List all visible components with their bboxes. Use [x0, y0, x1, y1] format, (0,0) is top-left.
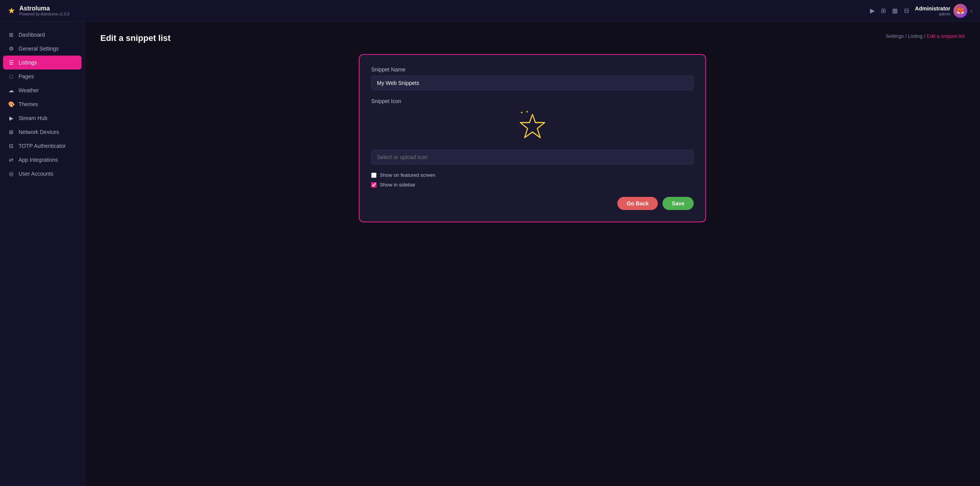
form-actions: Go Back Save [371, 197, 694, 210]
breadcrumb-settings: Settings [885, 33, 904, 39]
sidebar-item-themes[interactable]: 🎨 Themes [0, 97, 84, 111]
show-sidebar-checkbox[interactable] [371, 182, 377, 188]
user-name: Administrator [915, 5, 951, 12]
sidebar-item-weather[interactable]: ☁ Weather [0, 83, 84, 97]
user-role: admin [915, 12, 951, 16]
sidebar-item-label: Listings [19, 59, 37, 66]
navbar-right-group: ▶ ⊞ ▦ ⊟ Administrator admin 🦊 › [870, 4, 972, 18]
save-button[interactable]: Save [662, 197, 694, 210]
logo-text-group: Astroluma Powered by Astroluma v1.0.0 [19, 5, 69, 16]
snippet-name-group: Snippet Name [371, 66, 694, 90]
sidebar-item-label: Stream Hub [19, 115, 47, 121]
sidebar-item-label: App Integrations [19, 157, 58, 163]
star-container: ✦ ✦ [513, 107, 552, 146]
sidebar-item-stream-hub[interactable]: ▶ Stream Hub [0, 111, 84, 125]
svg-marker-0 [520, 115, 545, 138]
show-featured-label: Show on featured screen [380, 172, 436, 178]
sidebar-item-label: Network Devices [19, 129, 59, 135]
sidebar-item-dashboard[interactable]: ⊞ Dashboard [0, 28, 84, 42]
nav-qr-icon[interactable]: ⊟ [904, 7, 909, 14]
page-title: Edit a snippet list [100, 33, 171, 43]
user-text: Administrator admin [915, 5, 951, 16]
stream-hub-icon: ▶ [8, 115, 15, 121]
sparkle-1: ✦ [520, 110, 523, 115]
show-featured-checkbox[interactable] [371, 173, 377, 178]
breadcrumb-sep2: / [924, 33, 926, 39]
breadcrumb-listing: Listing [908, 33, 923, 39]
user-info: Administrator admin 🦊 › [915, 4, 972, 18]
page-header: Edit a snippet list Settings / Listing /… [100, 33, 965, 43]
go-back-button[interactable]: Go Back [617, 197, 658, 210]
sidebar-item-label: Pages [19, 73, 34, 80]
snippet-name-label: Snippet Name [371, 66, 694, 73]
show-sidebar-label: Show in sidebar [380, 182, 416, 188]
form-card: Snippet Name Snippet Icon ✦ ✦ [359, 54, 706, 222]
sidebar-item-label: Dashboard [19, 32, 45, 38]
navbar-logo-group: ★ Astroluma Powered by Astroluma v1.0.0 [8, 5, 69, 16]
weather-icon: ☁ [8, 87, 15, 93]
avatar[interactable]: 🦊 [953, 4, 967, 18]
select-icon-input[interactable] [371, 150, 694, 164]
nav-play-icon[interactable]: ▶ [870, 7, 875, 14]
nav-grid-icon[interactable]: ⊞ [881, 7, 886, 14]
star-icon [519, 113, 546, 140]
main-content: Edit a snippet list Settings / Listing /… [85, 22, 980, 486]
dashboard-icon: ⊞ [8, 32, 15, 38]
sidebar-item-totp[interactable]: ⊟ TOTP Authenticator [0, 139, 84, 153]
sidebar-item-label: Weather [19, 87, 39, 93]
nav-menu-icon[interactable]: ▦ [892, 7, 898, 14]
sidebar-item-app-integrations[interactable]: ⇄ App Integrations [0, 153, 84, 167]
show-sidebar-group: Show in sidebar [371, 182, 694, 188]
pages-icon: □ [8, 73, 15, 80]
user-accounts-icon: ◎ [8, 171, 15, 177]
listings-icon: ☰ [8, 59, 15, 66]
network-icon: ⊞ [8, 129, 15, 135]
sidebar-item-pages[interactable]: □ Pages [0, 69, 84, 83]
chevron-right-icon: › [970, 8, 972, 14]
snippet-icon-label: Snippet Icon [371, 98, 694, 104]
sidebar-item-network-devices[interactable]: ⊞ Network Devices [0, 125, 84, 139]
snippet-name-input[interactable] [371, 76, 694, 90]
app-subtitle: Powered by Astroluma v1.0.0 [19, 12, 69, 16]
snippet-icon-group: Snippet Icon ✦ ✦ [371, 98, 694, 164]
logo-star-icon: ★ [8, 6, 15, 16]
sidebar-item-user-accounts[interactable]: ◎ User Accounts [0, 167, 84, 181]
navbar: ★ Astroluma Powered by Astroluma v1.0.0 … [0, 0, 980, 22]
icon-display-area: ✦ ✦ [371, 107, 694, 146]
settings-icon: ⚙ [8, 46, 15, 52]
sidebar-item-label: TOTP Authenticator [19, 143, 66, 149]
app-body: ⊞ Dashboard ⚙ General Settings ☰ Listing… [0, 22, 980, 486]
app-name: Astroluma [19, 5, 69, 12]
totp-icon: ⊟ [8, 143, 15, 149]
show-featured-group: Show on featured screen [371, 172, 694, 178]
sidebar-item-label: Themes [19, 101, 38, 107]
sidebar-item-label: General Settings [19, 46, 59, 52]
breadcrumb: Settings / Listing / Edit a snippet list [885, 33, 965, 39]
sidebar-item-listings[interactable]: ☰ Listings [3, 56, 81, 69]
integrations-icon: ⇄ [8, 157, 15, 163]
sidebar-item-general-settings[interactable]: ⚙ General Settings [0, 42, 84, 56]
sparkle-2: ✦ [525, 110, 529, 114]
sidebar-item-label: User Accounts [19, 171, 53, 177]
themes-icon: 🎨 [8, 101, 15, 107]
sidebar: ⊞ Dashboard ⚙ General Settings ☰ Listing… [0, 22, 85, 486]
breadcrumb-current: Edit a snippet list [927, 33, 965, 39]
